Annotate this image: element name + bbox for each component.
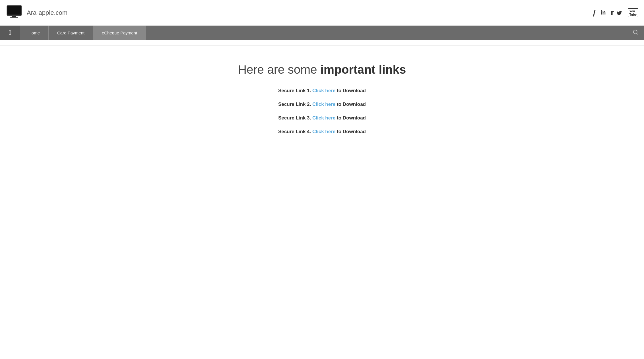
secure-link-3-prefix: Secure Link 3. [278, 115, 312, 121]
secure-link-1-anchor[interactable]: Click here [312, 88, 335, 93]
twitter-icon[interactable]: 𝕣 [611, 9, 622, 16]
main-headline: Here are some important links [238, 63, 406, 77]
nav-echeque-payment[interactable]: eCheque Payment [93, 26, 146, 40]
headline-text-normal: Here are some [238, 63, 320, 76]
svg-rect-1 [7, 6, 21, 15]
site-header: Ara-apple.com f in 𝕣 YouTube [0, 0, 644, 26]
secure-link-1-suffix: to Download [335, 88, 366, 93]
search-icon[interactable] [633, 29, 644, 36]
headline-text-bold: important links [320, 63, 406, 76]
nav-apple-button[interactable]:  [0, 26, 20, 40]
secure-link-2-suffix: to Download [335, 102, 366, 107]
svg-line-5 [637, 33, 638, 34]
linkedin-icon[interactable]: in [601, 9, 606, 16]
facebook-icon[interactable]: f [593, 9, 596, 17]
secure-link-4-prefix: Secure Link 4. [278, 129, 312, 134]
secure-link-2-prefix: Secure Link 2. [278, 102, 312, 107]
secure-link-2-anchor[interactable]: Click here [312, 102, 335, 107]
svg-rect-2 [12, 16, 16, 17]
navbar:  Home Card Payment eCheque Payment [0, 26, 644, 40]
apple-logo-icon:  [9, 29, 11, 36]
secure-link-1-item: Secure Link 1. Click here to Download [278, 88, 366, 94]
site-title: Ara-apple.com [27, 9, 67, 16]
logo-monitor-icon [6, 4, 23, 21]
main-content: Here are some important links Secure Lin… [0, 46, 644, 157]
nav-card-payment[interactable]: Card Payment [49, 26, 93, 40]
secure-link-4-suffix: to Download [335, 129, 366, 134]
secure-link-1-prefix: Secure Link 1. [278, 88, 312, 93]
secure-link-4-item: Secure Link 4. Click here to Download [278, 129, 366, 135]
secure-link-3-item: Secure Link 3. Click here to Download [278, 115, 366, 121]
secure-link-3-anchor[interactable]: Click here [312, 115, 335, 121]
secure-link-3-suffix: to Download [335, 115, 366, 121]
header-left: Ara-apple.com [6, 4, 67, 21]
svg-rect-3 [10, 17, 18, 18]
header-social-icons: f in 𝕣 YouTube [593, 8, 638, 17]
links-list: Secure Link 1. Click here to Download Se… [278, 88, 366, 135]
secure-link-2-item: Secure Link 2. Click here to Download [278, 102, 366, 107]
youtube-icon[interactable]: YouTube [628, 8, 638, 17]
secure-link-4-anchor[interactable]: Click here [312, 129, 335, 134]
nav-home[interactable]: Home [20, 26, 49, 40]
